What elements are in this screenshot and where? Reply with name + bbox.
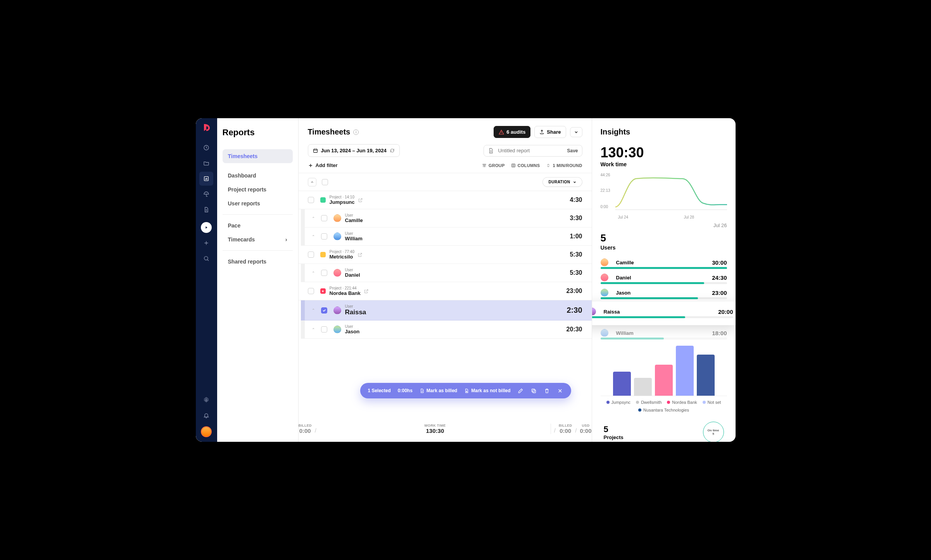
gear-icon[interactable] — [199, 393, 213, 407]
user-avatar-icon — [333, 214, 341, 222]
copy-icon[interactable] — [531, 388, 537, 394]
user-stat-row[interactable]: Raissa20:00 — [592, 302, 736, 325]
table-row[interactable]: ⌃UserWilliam1:00 — [301, 227, 592, 246]
duration-value: 2:30 — [567, 306, 582, 315]
project-badge — [320, 252, 326, 257]
select-all-checkbox[interactable] — [322, 179, 328, 185]
delete-icon[interactable] — [544, 388, 550, 394]
legend-item: Dwellsmith — [636, 400, 662, 405]
work-time-label: Work time — [601, 161, 727, 167]
row-checkbox[interactable] — [321, 307, 327, 314]
report-name-input[interactable] — [498, 148, 563, 153]
chevron-icon[interactable]: ⌃ — [312, 271, 317, 275]
external-link-icon[interactable] — [358, 252, 363, 257]
user-stat-row[interactable]: William18:00 — [601, 327, 727, 339]
svg-rect-7 — [313, 149, 317, 153]
duration-sort[interactable]: DURATION — [542, 177, 582, 187]
projects-count: 5 — [604, 424, 624, 434]
hover-date: Jul 26 — [601, 222, 727, 228]
play-button[interactable] — [201, 222, 212, 233]
row-checkbox[interactable] — [308, 288, 314, 294]
add-filter-button[interactable]: Add filter — [308, 162, 338, 168]
svg-rect-9 — [533, 390, 536, 393]
chevron-icon[interactable]: ⌃ — [312, 234, 317, 239]
group-button[interactable]: GROUP — [482, 163, 505, 168]
chevron-icon[interactable]: ⌃ — [312, 308, 317, 312]
table-row[interactable]: ⌃UserJason20:30 — [301, 320, 592, 339]
table-row[interactable]: ⌃UserRaissa2:30 — [301, 300, 592, 320]
row-checkbox[interactable] — [321, 270, 327, 276]
nav-user-reports[interactable]: User reports — [223, 196, 293, 210]
user-stat-row[interactable]: Camille30:00 — [601, 256, 727, 269]
selection-count: 1 Selected — [368, 388, 390, 393]
external-link-icon[interactable] — [364, 289, 369, 294]
row-checkbox[interactable] — [321, 326, 327, 333]
folder-icon[interactable] — [199, 156, 213, 170]
columns-button[interactable]: COLUMNS — [511, 163, 540, 168]
row-checkbox[interactable] — [321, 215, 327, 221]
duration-value: 4:30 — [570, 196, 582, 203]
chevron-icon[interactable]: ⌃ — [312, 327, 317, 332]
close-icon[interactable] — [557, 388, 563, 394]
info-icon[interactable]: i — [353, 129, 359, 135]
table-row[interactable]: ★Project · 221:44Nordea Bank23:00 — [299, 282, 592, 300]
table-row[interactable]: ⌃UserDaniel5:30 — [301, 264, 592, 282]
audits-button[interactable]: 6 audits — [494, 126, 530, 138]
chart-legend: JumpsyncDwellsmithNordea BankNot setNusa… — [601, 400, 727, 412]
duration-value: 20:30 — [567, 326, 582, 333]
row-checkbox[interactable] — [308, 197, 314, 203]
totals-footer: BILLED0:00 / WORK TIME130:30 / BILLED0:0… — [299, 404, 592, 442]
user-avatar-icon — [601, 258, 608, 266]
sidebar-title: Reports — [223, 128, 293, 138]
selection-bar: 1 Selected 0:00hs Mark as billed Mark as… — [360, 383, 571, 398]
user-avatar-icon — [333, 326, 341, 333]
nav-shared-reports[interactable]: Shared reports — [223, 255, 293, 269]
document-icon[interactable] — [199, 203, 213, 217]
table-row[interactable]: Project · 77:40Metricsilo5:30 — [299, 246, 592, 264]
table-row[interactable]: Project · 14:10Jumpsunc4:30 — [299, 191, 592, 209]
insights-panel: Insights 130:30 Work time 44:26 22:13 0:… — [592, 118, 736, 442]
bar — [697, 355, 715, 396]
nav-dashboard[interactable]: Dashboard — [223, 169, 293, 183]
external-link-icon[interactable] — [358, 198, 363, 203]
mark-billed-button[interactable]: Mark as billed — [420, 388, 457, 394]
user-avatar[interactable] — [201, 426, 212, 437]
umbrella-icon[interactable] — [199, 187, 213, 201]
share-button[interactable]: Share — [534, 126, 566, 138]
bell-icon[interactable] — [199, 408, 213, 422]
edit-icon[interactable] — [518, 388, 524, 394]
duration-value: 1:00 — [570, 233, 582, 240]
projects-bar-chart — [601, 346, 727, 396]
reports-icon[interactable] — [199, 172, 213, 186]
row-checkbox[interactable] — [308, 252, 314, 258]
users-count: 5 — [601, 233, 727, 243]
date-range-picker[interactable]: Jun 13, 2024 – Jun 19, 2024 — [308, 144, 400, 157]
mark-not-billed-button[interactable]: Mark as not billed — [464, 388, 510, 394]
more-button[interactable] — [570, 127, 582, 137]
row-checkbox[interactable] — [321, 233, 327, 240]
table-row[interactable]: ⌃UserCamille3:30 — [301, 209, 592, 227]
report-name-field: Save — [484, 145, 582, 157]
nav-timecards[interactable]: Timecards› — [223, 233, 293, 246]
page-title: Timesheets i — [308, 128, 359, 136]
legend-item: Nordea Bank — [667, 400, 697, 405]
projects-label: Projects — [604, 434, 624, 440]
selection-hours: 0:00hs — [398, 388, 413, 393]
svg-rect-4 — [207, 178, 207, 179]
user-stat-row[interactable]: Daniel24:30 — [601, 271, 727, 284]
chevron-icon[interactable]: ⌃ — [312, 216, 317, 221]
nav-timesheets[interactable]: Timesheets — [223, 149, 293, 163]
collapse-all-button[interactable] — [308, 178, 316, 186]
save-button[interactable]: Save — [567, 148, 578, 153]
user-avatar-icon — [333, 269, 341, 277]
user-stat-row[interactable]: Jason23:00 — [601, 286, 727, 299]
nav-project-reports[interactable]: Project reports — [223, 183, 293, 196]
refresh-icon[interactable] — [390, 148, 395, 153]
round-button[interactable]: 1 MIN/ROUND — [546, 163, 582, 168]
nav-pace[interactable]: Pace — [223, 219, 293, 233]
plus-icon[interactable] — [199, 236, 213, 250]
user-avatar-icon — [601, 329, 608, 337]
user-avatar-icon — [601, 289, 608, 296]
search-icon[interactable] — [199, 252, 213, 265]
clock-icon[interactable] — [199, 141, 213, 155]
